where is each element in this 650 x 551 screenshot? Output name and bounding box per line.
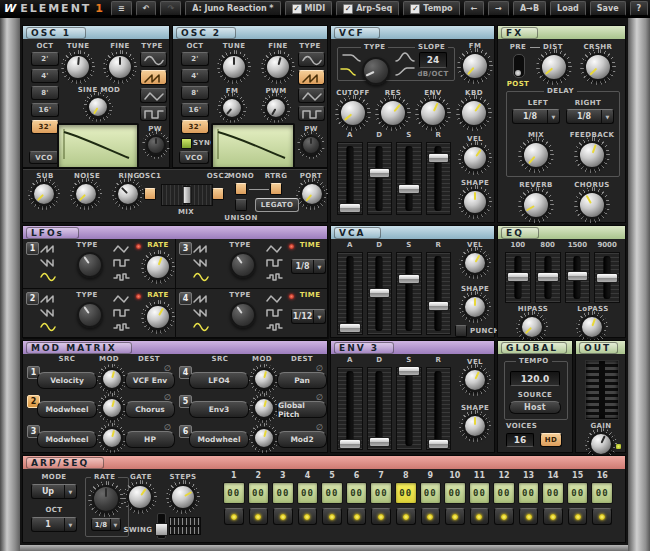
chevron-down-icon[interactable]: ▼ [313,260,325,273]
osc1-triangle-wave-button[interactable] [140,88,167,103]
saw-up-wave-icon[interactable] [40,294,58,304]
step-enable-button[interactable] [273,508,293,525]
gain-knob[interactable] [589,432,613,456]
osc1-pulse-wave-button[interactable] [140,106,167,121]
checkbox-check-icon[interactable]: ✓ [292,4,302,14]
help-button[interactable]: ? [630,1,649,16]
mixer-osc1-button[interactable] [144,188,156,200]
eq-band-slider[interactable]: 100 [505,241,531,303]
step-value-cell[interactable]: 00 [223,482,245,504]
octave-button[interactable]: 16' [31,103,59,117]
slider-handle[interactable] [339,203,361,213]
lfo2-sync-led[interactable] [136,294,141,299]
adsr-slider[interactable]: A [337,356,363,450]
slider-handle[interactable] [596,273,618,283]
pulse-wave-icon[interactable] [266,258,284,268]
osc2-vco-button[interactable]: VCO [179,151,209,164]
adsr-slider[interactable]: S [396,241,422,335]
adsr-slider[interactable]: D [367,131,393,215]
lowpass-steep-icon[interactable] [340,65,360,76]
random-wave-icon[interactable] [266,272,284,282]
checkbox-check-icon[interactable]: ✓ [410,4,420,14]
chevron-down-icon[interactable]: ▼ [313,310,325,323]
next-preset-button[interactable]: → [488,1,509,16]
slider-handle[interactable] [339,439,361,449]
vca-vel-knob[interactable] [463,251,487,275]
osc2-sync-led[interactable] [181,138,192,149]
lfo3-time-select[interactable]: 1/8 ▼ [291,259,326,274]
osc2-saw-wave-button[interactable] [298,70,325,85]
swing-slider[interactable] [157,513,166,539]
osc1-sine-wave-button[interactable] [140,52,167,67]
slider-track[interactable] [337,142,363,215]
step-value-cell[interactable]: 00 [542,482,564,504]
step-enable-button[interactable] [568,508,588,525]
unison-button[interactable] [235,199,247,211]
menu-button[interactable]: ≡ [111,1,132,16]
adsr-slider[interactable]: A [337,241,363,335]
env3-vel-knob[interactable] [463,368,487,392]
chevron-down-icon[interactable]: ▼ [64,485,76,498]
vcf-vel-knob[interactable] [462,145,488,171]
osc2-triangle-wave-button[interactable] [298,88,325,103]
slider-track[interactable] [594,252,620,303]
eq-band-slider[interactable]: 1500 [565,241,591,303]
adsr-slider[interactable]: R [426,241,452,335]
load-button[interactable]: Load [550,1,586,16]
osc1-sinemod-knob[interactable] [87,96,109,118]
slider-handle[interactable] [339,323,361,333]
random-wave-icon[interactable] [266,322,284,332]
step-value-cell[interactable]: 00 [321,482,343,504]
ring-knob[interactable] [116,182,140,206]
slider-track[interactable] [396,252,422,335]
bandpass-icon[interactable] [395,51,415,63]
lfo1-sync-led[interactable] [136,244,141,249]
triangle-wave-icon[interactable] [266,244,284,254]
mix-slider-handle[interactable] [183,186,192,204]
saw-down-wave-icon[interactable] [40,308,58,318]
mod-source-button[interactable]: Env3 [189,401,249,418]
voices-value-display[interactable]: 16 [506,433,534,447]
slider-track[interactable] [337,252,363,335]
pre-post-switch[interactable] [513,54,525,78]
bypass-icon[interactable]: ∅ [162,393,173,402]
step-value-cell[interactable]: 00 [272,482,294,504]
octave-button[interactable]: 8' [181,86,209,100]
slider-track[interactable] [505,252,531,303]
osc2-tune-knob[interactable] [221,54,247,80]
saw-up-wave-icon[interactable] [40,244,58,254]
arpseq-toggle[interactable]: ✓ Arp-Seq [336,1,399,16]
slider-handle[interactable] [369,288,391,298]
slider-track[interactable] [426,367,452,450]
lfo4-type-knob[interactable] [230,302,256,328]
delay-left-select[interactable]: 1/8 ▼ [512,109,560,124]
slope-value-display[interactable]: 24 [419,52,447,68]
prev-preset-button[interactable]: ← [464,1,485,16]
tempo-source-button[interactable]: Host [509,401,561,414]
step-enable-button[interactable] [470,508,490,525]
slider-track[interactable] [426,252,452,335]
punch-button[interactable] [455,325,467,337]
step-enable-button[interactable] [371,508,391,525]
lopass-knob[interactable] [580,315,604,339]
sine-wave-icon[interactable] [193,272,211,282]
tempo-value-display[interactable]: 120.0 [510,371,560,386]
step-value-cell[interactable]: 00 [370,482,392,504]
mod-amount-knob[interactable] [101,368,123,390]
slider-handle[interactable] [567,271,589,281]
vcf-shape-knob[interactable] [462,189,488,215]
step-enable-button[interactable] [543,508,563,525]
mod-source-button[interactable]: LFO4 [189,372,249,389]
saw-down-wave-icon[interactable] [40,258,58,268]
slider-track[interactable] [367,252,393,335]
adsr-slider[interactable]: D [367,241,393,335]
bypass-icon[interactable]: ∅ [314,364,325,373]
preset-selector[interactable]: A: Juno Reaction * [185,1,280,16]
random-wave-icon[interactable] [113,322,131,332]
step-enable-button[interactable] [347,508,367,525]
mod-amount-knob[interactable] [253,368,275,390]
lfo1-rate-knob[interactable] [145,254,171,280]
lfo1-type-knob[interactable] [77,252,103,278]
legato-button[interactable]: LEGATO [255,198,299,212]
mod-source-button[interactable]: Modwheel [189,431,249,448]
